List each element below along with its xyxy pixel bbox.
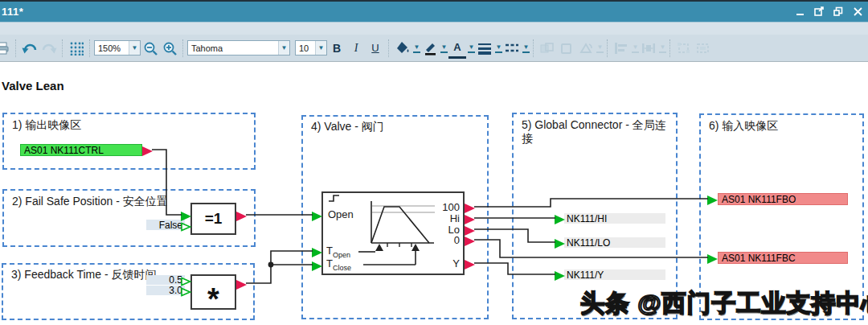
fit-frame-button[interactable]: [694, 39, 712, 58]
fill-color-dropdown[interactable]: ▼: [413, 43, 420, 53]
window-title: 111*: [2, 6, 23, 18]
toolbar-separator: [533, 39, 534, 57]
rotate-dropdown[interactable]: ▼: [596, 43, 604, 53]
grid-icon: [69, 41, 84, 56]
underline-button[interactable]: U: [366, 39, 384, 58]
selection-frame-button[interactable]: [675, 39, 693, 58]
green-input-arrow-icon: [181, 210, 191, 220]
distribute-dropdown[interactable]: ▼: [659, 43, 666, 53]
grid-button[interactable]: [68, 39, 85, 58]
toolbar-separator: [669, 39, 671, 57]
green-input-arrow-icon: [707, 194, 718, 204]
red-output-arrow-icon: [465, 213, 475, 223]
group-box-title: 3) Feedback Time - 反馈时间: [11, 268, 157, 282]
toolbar-separator: [182, 39, 184, 57]
undo-button[interactable]: [21, 39, 39, 58]
group-icon: [540, 42, 555, 55]
line-weight-icon: [477, 42, 492, 55]
green-open-arrow-icon: [181, 275, 191, 285]
font-size-select[interactable]: 10 ▼: [295, 40, 327, 56]
undo-icon: [22, 41, 38, 56]
toolbar-separator: [15, 39, 17, 57]
application-window: 111*: [0, 0, 868, 325]
green-input-arrow-icon: [312, 260, 322, 269]
line-style-icon: [505, 42, 519, 55]
toolbar-separator: [62, 39, 63, 57]
rising-edge-icon: [328, 194, 341, 203]
green-open-arrow-icon: [181, 286, 191, 295]
italic-button[interactable]: I: [347, 39, 365, 58]
font-family-select[interactable]: Tahoma ▼: [187, 40, 290, 56]
align-button[interactable]: [612, 39, 630, 58]
global-connector-y[interactable]: NK111/Y: [564, 269, 665, 280]
zoom-in-button[interactable]: [161, 39, 178, 58]
zoom-level-select[interactable]: 150% ▼: [94, 40, 141, 56]
line-weight-dropdown[interactable]: ▼: [495, 43, 502, 53]
global-connector-hi[interactable]: NK111/HI: [564, 213, 665, 224]
fit-frame-icon: [696, 42, 710, 55]
line-style-button[interactable]: [503, 39, 521, 58]
line-style-dropdown[interactable]: ▼: [522, 43, 530, 53]
valve-input-tclose-label: TClose: [326, 257, 351, 272]
rotate-button[interactable]: [577, 39, 595, 58]
redo-icon: [41, 41, 57, 56]
popout-button[interactable]: [813, 6, 825, 17]
minimize-button[interactable]: [794, 6, 805, 17]
global-connector-lo[interactable]: NK111/LO: [564, 237, 665, 248]
minimize-icon: [796, 7, 805, 16]
red-output-arrow-icon: [465, 224, 475, 234]
align-icon: [614, 42, 628, 55]
group-box-title: 2) Fail Safe Position - 安全位置: [12, 195, 168, 208]
wire-junction-dot: [268, 262, 274, 268]
close-button[interactable]: [852, 6, 863, 17]
rotate-icon: [579, 42, 593, 55]
chevron-down-icon[interactable]: ▼: [129, 41, 140, 55]
watermark-text: 头条 @西门子工业支持中心: [580, 287, 868, 320]
red-output-arrow-icon: [236, 210, 247, 220]
redo-button[interactable]: [40, 39, 58, 58]
green-input-arrow-icon: [707, 253, 718, 262]
green-input-arrow-icon: [555, 213, 565, 223]
feedback-time-value1-field[interactable]: 0.5: [146, 275, 185, 285]
red-output-arrow-icon: [465, 235, 475, 245]
feedback-time-value2-field[interactable]: 3.0: [146, 286, 185, 295]
input-image-block-fbo[interactable]: AS01 NK111FBO: [718, 193, 848, 205]
restore-button[interactable]: [833, 6, 844, 17]
zoom-out-button[interactable]: [141, 39, 159, 58]
toolbar-separator: [607, 39, 608, 57]
distribute-icon: [641, 42, 656, 55]
multiply-operator-block[interactable]: *: [190, 274, 236, 310]
font-color-dropdown[interactable]: ▼: [468, 43, 475, 53]
valve-input-topen-label: TOpen: [326, 245, 350, 259]
group-box-title: 6) 输入映像区: [709, 119, 778, 133]
bold-button[interactable]: B: [328, 39, 346, 58]
ungroup-button[interactable]: [558, 39, 575, 58]
page-title: Valve Lean: [2, 79, 64, 93]
green-input-arrow-icon: [312, 210, 322, 220]
chevron-down-icon[interactable]: ▼: [315, 41, 326, 55]
fill-color-icon: [395, 41, 410, 55]
line-color-icon: [424, 41, 437, 56]
red-output-arrow-icon: [465, 202, 475, 212]
red-output-arrow-icon: [142, 145, 153, 154]
xor-operator-block[interactable]: =1: [190, 203, 236, 235]
print-button[interactable]: [0, 39, 11, 58]
align-dropdown[interactable]: ▼: [632, 43, 639, 53]
green-input-arrow-icon: [555, 269, 565, 279]
line-weight-button[interactable]: [476, 39, 493, 58]
fill-color-button[interactable]: [394, 39, 411, 58]
input-image-block-fbc[interactable]: AS01 NK111FBC: [718, 252, 848, 264]
distribute-button[interactable]: [640, 39, 657, 58]
chevron-down-icon[interactable]: ▼: [278, 41, 289, 55]
font-color-button[interactable]: A: [448, 37, 466, 59]
fail-safe-value-field[interactable]: False: [146, 220, 185, 230]
green-input-arrow-icon: [312, 246, 322, 256]
output-image-block-nk111ctrl[interactable]: AS01 NK111CTRL: [20, 144, 142, 156]
toolbar-separator: [89, 39, 91, 57]
line-color-button[interactable]: [421, 39, 439, 58]
line-color-dropdown[interactable]: ▼: [440, 43, 448, 53]
close-icon: [854, 7, 862, 16]
group-button[interactable]: [538, 39, 556, 58]
menu-strip: [0, 22, 868, 35]
popout-icon: [814, 6, 824, 16]
